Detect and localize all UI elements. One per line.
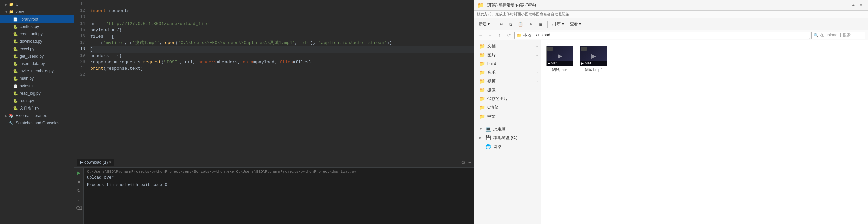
terminal-output-1: upload over! [87,174,470,181]
folder-icon-videos: 📁 [479,78,485,84]
tree-label-main: main.py [20,76,34,81]
delete-button[interactable]: 🗑 [536,21,545,28]
new-button[interactable]: 新建 ▾ [476,20,492,28]
sidebar-item-captures[interactable]: 📁 摄像 [474,86,541,94]
sidebar-item-music[interactable]: 📁 音乐 → [474,68,541,77]
sidebar-item-pictures[interactable]: 📁 图片 → [474,51,541,59]
folder-icon-build: 📁 [479,61,485,66]
window-close-button[interactable]: × [857,2,865,9]
tree-label-excel: excel.py [20,46,34,51]
tree-item-external-libs[interactable]: ▶ 📚 External Libraries [0,112,74,119]
sidebar-item-thispc[interactable]: ▼ 💻 此电脑 [474,125,541,133]
rerun-button[interactable]: ↻ [75,187,83,194]
search-box[interactable]: 🔍 在 upload 中搜索 [811,32,865,39]
rename-button[interactable]: ✎ [527,21,535,28]
sidebar-item-chinese[interactable]: 📁 中文 [474,112,541,121]
tree-label-getuserid: get_userid.py [20,54,44,59]
sidebar-item-c-render[interactable]: 📁 C渲染 [474,103,541,112]
copy-button[interactable]: ⧉ [506,21,515,28]
sidebar-label-crender: C渲染 [487,105,499,110]
scroll-end-button[interactable]: ↓ [75,195,83,203]
sidebar-item-build[interactable]: 📁 build [474,59,541,68]
info-bar: 触发方式、完成上传时封面小图缩略图命名会自动登记某 [474,11,868,18]
code-line-17: ('myfile', ('测试1.mp4', open('C:\\Users\\… [90,40,474,46]
cut-button[interactable]: ✂ [497,21,506,28]
settings-icon[interactable]: ⚙ [461,160,466,165]
clear-button[interactable]: ⌫ [75,204,83,212]
window-tab-plus[interactable]: + [852,3,855,7]
view-button[interactable]: 查看 ▾ [567,20,584,28]
file-thumbnail-0: ▶ MP4 [546,46,573,66]
sidebar-item-network[interactable]: 🌐 网络 [474,142,541,151]
sidebar-pin-documents: → [535,44,538,48]
line-num-20: 20 [74,59,85,65]
line-numbers: 11 12 13 14 15 16 17 18 19 20 21 22 [74,0,88,157]
forward-button[interactable]: → [486,31,494,39]
folder-icon-music: 📁 [479,70,485,75]
video-icon-1 [581,47,587,51]
tree-item-read-log[interactable]: 🐍 read_log.py [0,90,74,97]
explorer-content[interactable]: ▶ MP4 测试.mp4 ▶ MP4 测试1.mp4 [541,40,868,224]
tree-item-insert-data[interactable]: 🐍 insert_data.py [0,60,74,67]
scratch-icon: 🔧 [9,120,14,126]
tree-item-invite-members[interactable]: 🐍 invite_members.py [0,67,74,75]
tree-item-redirt[interactable]: 🐍 redirt.py [0,97,74,104]
file-item-0[interactable]: ▶ MP4 测试.mp4 [545,44,575,74]
minimize-icon[interactable]: − [468,160,471,165]
py-icon-readlog: 🐍 [13,91,18,96]
tree-item-file1[interactable]: 🐍 文件名1.py [0,104,74,112]
file-item-1[interactable]: ▶ MP4 测试1.mp4 [578,44,609,74]
sidebar-item-documents[interactable]: 📁 文档 → [474,42,541,51]
run-button[interactable]: ▶ [75,169,83,177]
code-line-22 [90,72,474,78]
explorer-sidebar: 📁 文档 → 📁 图片 → 📁 build 📁 音乐 → 📁 视频 → [474,40,541,224]
explorer-main: 📁 文档 → 📁 图片 → 📁 build 📁 音乐 → 📁 视频 → [474,40,868,224]
tree-item-creat-unit[interactable]: 🐍 creat_unit.py [0,30,74,38]
terminal-controls: ⚙ − [461,160,471,165]
refresh-button[interactable]: ⟳ [505,31,513,39]
paste-button[interactable]: 📋 [515,21,526,28]
sidebar-label-local-disk: 本地磁盘 (C:) [493,135,517,141]
terminal-path: C:\Users\EEO\PycharmProjects\pythonProje… [87,170,470,174]
tree-item-conftest[interactable]: 🐍 conftest.py [0,23,74,30]
back-button[interactable]: ← [477,31,485,39]
code-area[interactable]: 11 12 13 14 15 16 17 18 19 20 21 22 impo… [74,0,474,157]
sort-button[interactable]: 排序 ▾ [550,20,566,28]
window-folder-icon: 📁 [477,2,484,8]
tree-item-scratches[interactable]: 🔧 Scratches and Consoles [0,119,74,127]
file-name-1: 测试1.mp4 [585,67,603,72]
tree-label-download: download.py [20,39,42,44]
tree-item-get-userid[interactable]: 🐍 get_userid.py [0,53,74,60]
tree-item-download[interactable]: 🐍 download.py [0,38,74,45]
tree-item-excel[interactable]: 🐍 excel.py [0,45,74,53]
run-tab-close[interactable]: × [109,160,111,164]
tree-item-ui[interactable]: ▶ 📁 UI [0,1,74,8]
tree-item-main[interactable]: 🐍 main.py [0,75,74,82]
line-num-15: 15 [74,27,85,33]
sidebar-item-videos[interactable]: 📁 视频 → [474,77,541,86]
tree-label-conftest: conftest.py [20,24,39,29]
sidebar-item-local-disk[interactable]: ▶ 💾 本地磁盘 (C:) [474,133,541,142]
code-line-14: url = 'http://127.0.0.1:8001/case/upload… [90,21,474,27]
sidebar-label-videos: 视频 [487,78,496,84]
tree-label-external-libs: External Libraries [16,113,47,118]
sidebar-item-saved-pictures[interactable]: 📁 保存的图片 [474,94,541,103]
address-bar: ← → ↑ ⟳ 📁 本地... › upload 🔍 在 upload 中搜索 [474,30,868,40]
code-line-15: payload = {} [90,27,474,33]
line-num-17: 17 [74,40,85,46]
up-button[interactable]: ↑ [496,31,504,39]
sidebar-label-network: 网络 [493,144,502,150]
terminal-content[interactable]: C:\Users\EEO\PycharmProjects\pythonProje… [84,168,474,224]
stop-button[interactable]: ■ [75,178,83,185]
tree-item-venv[interactable]: ▼ 📁 venv [0,8,74,15]
ini-icon-pytest: 📋 [13,83,18,89]
py-icon-creat: 🐍 [13,31,18,37]
run-tab-label: download (1) [84,160,108,165]
address-input[interactable]: 📁 本地... › upload [514,32,810,39]
code-content: 11 12 13 14 15 16 17 18 19 20 21 22 impo… [74,0,474,157]
tree-item-pytest-ini[interactable]: 📋 pytest.ini [0,82,74,90]
tree-item-library-root[interactable]: 📄 library.root [0,15,74,23]
code-lines[interactable]: import requests url = 'http://127.0.0.1:… [88,0,474,157]
sidebar-label-thispc: 此电脑 [493,126,506,132]
run-tab[interactable]: ▶ download (1) × [77,159,114,166]
